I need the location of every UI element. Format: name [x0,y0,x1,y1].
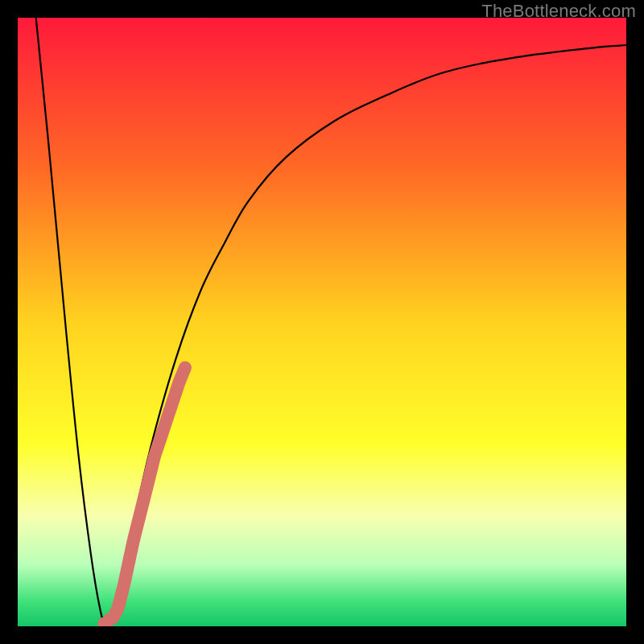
chart-svg [18,18,626,626]
gradient-background [18,18,626,626]
watermark-text: TheBottleneck.com [481,1,636,22]
chart-frame: TheBottleneck.com [0,0,644,644]
plot-area [18,18,626,626]
